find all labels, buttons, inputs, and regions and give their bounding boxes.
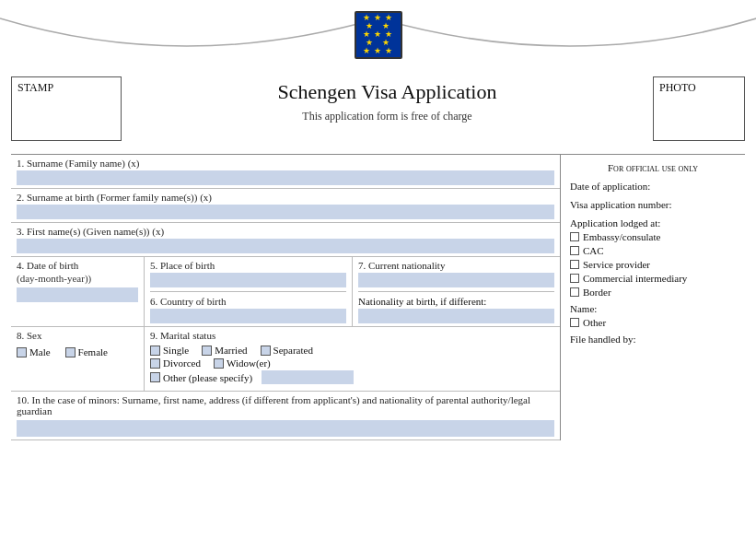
marital-options: Single Married Separated bbox=[150, 345, 554, 384]
marital-separated-checkbox[interactable] bbox=[261, 346, 271, 356]
col-place-country: 5. Place of birth 6. Country of birth bbox=[145, 257, 353, 326]
col-nationality: 7. Current nationality Nationality at bi… bbox=[353, 257, 560, 326]
lodged-service-provider[interactable]: Service provider bbox=[570, 259, 736, 270]
lodged-at-section: Application lodged at: Embassy/consulate… bbox=[570, 217, 736, 298]
lodged-cac-label: CAC bbox=[583, 245, 604, 256]
sex-options: Male Female bbox=[17, 346, 138, 357]
marital-text: Marital status bbox=[160, 330, 215, 341]
dob-label: 4. Date of birth bbox=[17, 260, 138, 271]
lodged-embassy[interactable]: Embassy/consulate bbox=[570, 231, 736, 242]
form-row-10: 10. In the case of minors: Surname, firs… bbox=[11, 392, 560, 440]
stamp-label: STAMP bbox=[17, 81, 53, 95]
lodged-border-label: Border bbox=[583, 287, 611, 298]
sex-male-checkbox[interactable] bbox=[17, 347, 27, 357]
place-birth-text: Place of birth bbox=[160, 260, 215, 271]
marital-other-input[interactable] bbox=[262, 370, 354, 384]
field-3-text: First name(s) (Given name(s)) (x) bbox=[27, 226, 164, 237]
lodged-at-label: Application lodged at: bbox=[570, 217, 736, 228]
place-birth-input[interactable] bbox=[150, 273, 346, 287]
dob-input[interactable] bbox=[17, 287, 138, 302]
arc-left-decoration bbox=[0, 0, 378, 69]
nationality-label: 7. Current nationality bbox=[358, 260, 554, 271]
nationality-num: 7. bbox=[358, 260, 366, 271]
date-of-application-field: Date of application: bbox=[570, 181, 736, 192]
marital-row-2: Divorced Widow(er) bbox=[150, 357, 554, 369]
photo-label: PHOTO bbox=[659, 81, 696, 95]
lodged-border[interactable]: Border bbox=[570, 287, 736, 298]
place-birth-section: 5. Place of birth bbox=[150, 260, 346, 292]
nat-birth-input[interactable] bbox=[358, 309, 554, 323]
col-dob: 4. Date of birth (day-month-year)) bbox=[11, 257, 145, 326]
field-10-text: In the case of minors: Surname, first na… bbox=[17, 394, 530, 416]
marital-separated[interactable]: Separated bbox=[261, 345, 313, 356]
dob-sublabel: (day-month-year)) bbox=[17, 273, 138, 284]
visa-num-label: Visa application number: bbox=[570, 199, 672, 210]
marital-other-checkbox[interactable] bbox=[150, 372, 160, 382]
form-area: 1. Surname (Family name) (x) 2. Surname … bbox=[11, 154, 745, 440]
name-section: Name: Other bbox=[570, 303, 736, 328]
lodged-service-provider-checkbox[interactable] bbox=[570, 260, 579, 269]
country-birth-section: 6. Country of birth bbox=[150, 296, 346, 323]
marital-divorced-checkbox[interactable] bbox=[150, 358, 160, 369]
sex-male-label: Male bbox=[29, 346, 51, 357]
center-title: Schengen Visa Application This applicati… bbox=[122, 76, 653, 123]
field-10-input[interactable] bbox=[17, 420, 554, 437]
multi-col-row-4567: 4. Date of birth (day-month-year)) 5. Pl… bbox=[11, 257, 560, 327]
lodged-embassy-checkbox[interactable] bbox=[570, 232, 579, 241]
country-birth-text: Country of birth bbox=[160, 296, 227, 307]
field-10-label: 10. In the case of minors: Surname, firs… bbox=[17, 394, 554, 416]
lodged-cac-checkbox[interactable] bbox=[570, 246, 579, 255]
marital-divorced[interactable]: Divorced bbox=[150, 357, 201, 369]
nat-birth-section: Nationality at birth, if different: bbox=[358, 296, 554, 323]
form-left: 1. Surname (Family name) (x) 2. Surname … bbox=[11, 155, 561, 440]
sex-num: 8. bbox=[17, 330, 24, 341]
marital-widow[interactable]: Widow(er) bbox=[214, 357, 271, 369]
lodged-border-checkbox[interactable] bbox=[570, 287, 579, 297]
marital-single[interactable]: Single bbox=[150, 345, 189, 356]
marital-married-label: Married bbox=[215, 345, 247, 356]
marital-widow-checkbox[interactable] bbox=[214, 358, 224, 369]
official-use-title: For official use only bbox=[570, 162, 736, 173]
marital-divorced-label: Divorced bbox=[163, 357, 201, 369]
place-birth-num: 5. bbox=[150, 260, 157, 271]
dob-num: 4. bbox=[17, 260, 24, 271]
name-other-checkbox[interactable] bbox=[570, 318, 579, 327]
field-1-num: 1. bbox=[17, 158, 24, 169]
marital-other[interactable]: Other (please specify) bbox=[150, 372, 252, 383]
country-birth-input[interactable] bbox=[150, 309, 346, 323]
lodged-commercial-checkbox[interactable] bbox=[570, 274, 579, 283]
country-birth-num: 6. bbox=[150, 296, 157, 307]
marital-single-checkbox[interactable] bbox=[150, 346, 160, 356]
form-row-3: 3. First name(s) (Given name(s)) (x) bbox=[11, 223, 560, 257]
sex-female-label: Female bbox=[78, 346, 108, 357]
sex-marital-row: 8. Sex Male Female 9. bbox=[11, 327, 560, 392]
field-1-text: Surname (Family name) (x) bbox=[27, 158, 140, 169]
sex-female-checkbox[interactable] bbox=[65, 347, 76, 357]
field-3-label: 3. First name(s) (Given name(s)) (x) bbox=[17, 226, 554, 237]
sex-female-option[interactable]: Female bbox=[65, 346, 108, 357]
field-2-input[interactable] bbox=[17, 205, 554, 219]
name-other-option[interactable]: Other bbox=[570, 317, 736, 328]
subtitle: This application form is free of charge bbox=[131, 110, 644, 123]
top-header: ★ ★ ★★ ★★ ★ ★★ ★★ ★ ★ bbox=[0, 0, 756, 69]
dob-text: Date of birth bbox=[27, 260, 78, 271]
marital-married[interactable]: Married bbox=[202, 345, 247, 356]
lodged-cac[interactable]: CAC bbox=[570, 245, 736, 256]
visa-num-field: Visa application number: bbox=[570, 199, 736, 210]
marital-married-checkbox[interactable] bbox=[202, 346, 212, 356]
field-1-input[interactable] bbox=[17, 170, 554, 185]
marital-single-label: Single bbox=[163, 345, 189, 356]
nat-birth-label: Nationality at birth, if different: bbox=[358, 296, 554, 307]
nationality-input[interactable] bbox=[358, 273, 554, 287]
marital-other-label: Other (please specify) bbox=[163, 372, 252, 383]
lodged-commercial[interactable]: Commercial intermediary bbox=[570, 273, 736, 284]
field-3-input[interactable] bbox=[17, 239, 554, 253]
sex-text: Sex bbox=[27, 330, 42, 341]
marital-widow-label: Widow(er) bbox=[227, 357, 271, 369]
nationality-text: Current nationality bbox=[368, 260, 445, 271]
place-birth-label: 5. Place of birth bbox=[150, 260, 346, 271]
sex-male-option[interactable]: Male bbox=[17, 346, 51, 357]
main-title: Schengen Visa Application bbox=[131, 80, 644, 104]
current-nat-section: 7. Current nationality bbox=[358, 260, 554, 292]
marital-separated-label: Separated bbox=[273, 345, 313, 356]
